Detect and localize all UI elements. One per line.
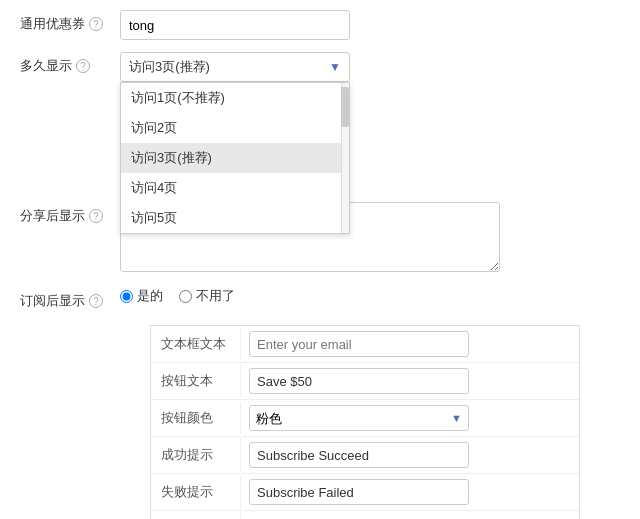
subscribe-radio-group: 是的 不用了	[120, 287, 235, 305]
share-display-label: 分享后显示 ?	[20, 202, 120, 225]
sub-row-fail: 失败提示	[151, 474, 579, 511]
coupon-label: 通用优惠券 ?	[20, 10, 120, 33]
dropdown-item-5[interactable]: 访问5页	[121, 203, 349, 233]
sub-input-textbox[interactable]	[249, 331, 469, 357]
btn-color-select-wrap: 粉色 蓝色 绿色 红色 ▼	[249, 405, 469, 431]
subscribe-options: 是的 不用了	[120, 287, 235, 313]
dropdown-scroll-thumb[interactable]	[341, 87, 349, 127]
btn-color-select[interactable]: 粉色 蓝色 绿色 红色	[249, 405, 469, 431]
sub-input-fail[interactable]	[249, 479, 469, 505]
sub-row-btn-color: 按钮颜色 粉色 蓝色 绿色 红色 ▼	[151, 400, 579, 437]
display-count-help-icon[interactable]: ?	[76, 59, 90, 73]
radio-no[interactable]	[179, 290, 192, 303]
display-count-label: 多久显示 ?	[20, 52, 120, 75]
subscribe-display-label: 订阅后显示 ?	[20, 287, 120, 310]
subscribe-help-icon[interactable]: ?	[89, 294, 103, 308]
coupon-row: 通用优惠券 ?	[20, 10, 620, 40]
dropdown-item-1[interactable]: 访问1页(不推荐)	[121, 83, 349, 113]
subscribe-fields-box: 文本框文本 按钮文本 按钮颜色 粉色 蓝色 绿色 红色	[150, 325, 580, 519]
display-count-dropdown[interactable]: 访问3页(推荐) ▼ 访问1页(不推荐) 访问2页 访问3页(推荐) 访问4页 …	[120, 52, 350, 82]
radio-no-label[interactable]: 不用了	[179, 287, 235, 305]
dropdown-item-4[interactable]: 访问4页	[121, 173, 349, 203]
sub-value-btn-text	[241, 363, 579, 399]
dropdown-list: 访问1页(不推荐) 访问2页 访问3页(推荐) 访问4页 访问5页	[120, 82, 350, 234]
dropdown-arrow-icon: ▼	[329, 60, 341, 74]
dropdown-selected-value[interactable]: 访问3页(推荐) ▼	[120, 52, 350, 82]
radio-yes-label[interactable]: 是的	[120, 287, 163, 305]
share-help-icon[interactable]: ?	[89, 209, 103, 223]
sub-label-btn-color: 按钮颜色	[151, 402, 241, 434]
sub-row-email-hint: 邮箱规范提示	[151, 511, 579, 519]
coupon-input[interactable]	[120, 10, 350, 40]
sub-value-btn-color: 粉色 蓝色 绿色 红色 ▼	[241, 400, 579, 436]
sub-value-fail	[241, 474, 579, 510]
subscribe-display-row: 订阅后显示 ? 是的 不用了	[20, 287, 620, 313]
sub-input-success[interactable]	[249, 442, 469, 468]
sub-value-textbox	[241, 326, 579, 362]
display-count-row: 多久显示 ? 访问3页(推荐) ▼ 访问1页(不推荐) 访问2页 访问3页(推荐…	[20, 52, 620, 82]
sub-row-btn-text: 按钮文本	[151, 363, 579, 400]
dropdown-scrollbar	[341, 83, 349, 233]
sub-label-btn-text: 按钮文本	[151, 365, 241, 397]
sub-label-success: 成功提示	[151, 439, 241, 471]
sub-label-textbox: 文本框文本	[151, 328, 241, 360]
coupon-input-wrap	[120, 10, 350, 40]
coupon-help-icon[interactable]: ?	[89, 17, 103, 31]
sub-input-btn-text[interactable]	[249, 368, 469, 394]
dropdown-item-2[interactable]: 访问2页	[121, 113, 349, 143]
sub-value-success	[241, 437, 579, 473]
sub-label-fail: 失败提示	[151, 476, 241, 508]
sub-label-email-hint: 邮箱规范提示	[151, 511, 241, 519]
sub-row-textbox: 文本框文本	[151, 326, 579, 363]
sub-row-success: 成功提示	[151, 437, 579, 474]
main-content: 通用优惠券 ? 多久显示 ? 访问3页(推荐) ▼ 访问1页(不推荐) 访问2页…	[0, 0, 640, 519]
dropdown-item-3[interactable]: 访问3页(推荐)	[121, 143, 349, 173]
radio-yes[interactable]	[120, 290, 133, 303]
